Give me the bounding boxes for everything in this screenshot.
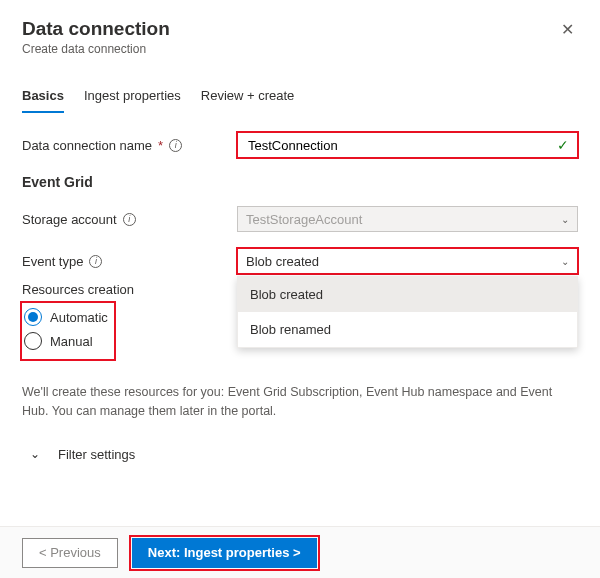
radio-circle-icon <box>24 332 42 350</box>
dropdown-option-blob-created[interactable]: Blob created <box>238 277 577 312</box>
chevron-down-icon: ⌄ <box>561 256 569 267</box>
resources-creation-label: Resources creation <box>22 282 237 297</box>
check-icon: ✓ <box>557 137 569 153</box>
tab-basics[interactable]: Basics <box>22 82 64 113</box>
previous-button[interactable]: < Previous <box>22 538 118 568</box>
conn-name-input[interactable] <box>246 137 557 154</box>
radio-manual[interactable]: Manual <box>24 329 108 353</box>
info-icon[interactable]: i <box>89 255 102 268</box>
conn-name-label: Data connection name <box>22 138 152 153</box>
storage-account-value: TestStorageAccount <box>246 212 362 227</box>
resources-creation-radio-group: Automatic Manual <box>22 303 114 359</box>
page-subtitle: Create data connection <box>22 42 170 56</box>
event-type-label: Event type <box>22 254 83 269</box>
chevron-down-icon: ⌄ <box>30 447 40 461</box>
event-type-select[interactable]: Blob created ⌄ <box>237 248 578 274</box>
filter-settings-toggle[interactable]: ⌄ Filter settings <box>22 439 578 478</box>
close-icon[interactable]: ✕ <box>557 18 578 41</box>
event-type-value: Blob created <box>246 254 319 269</box>
radio-automatic-label: Automatic <box>50 310 108 325</box>
next-button[interactable]: Next: Ingest properties > <box>132 538 317 568</box>
tab-ingest-properties[interactable]: Ingest properties <box>84 82 181 113</box>
event-type-dropdown: Blob created Blob renamed <box>237 276 578 348</box>
radio-automatic[interactable]: Automatic <box>24 305 108 329</box>
page-title: Data connection <box>22 18 170 40</box>
dropdown-option-blob-renamed[interactable]: Blob renamed <box>238 312 577 347</box>
info-icon[interactable]: i <box>169 139 182 152</box>
help-text: We'll create these resources for you: Ev… <box>22 383 578 421</box>
section-event-grid: Event Grid <box>22 174 578 190</box>
footer-bar: < Previous Next: Ingest properties > <box>0 526 600 578</box>
filter-settings-label: Filter settings <box>58 447 135 462</box>
storage-account-select[interactable]: TestStorageAccount ⌄ <box>237 206 578 232</box>
radio-circle-icon <box>24 308 42 326</box>
tab-bar: Basics Ingest properties Review + create <box>22 82 578 114</box>
tab-review-create[interactable]: Review + create <box>201 82 295 113</box>
chevron-down-icon: ⌄ <box>561 214 569 225</box>
conn-name-field-wrap: ✓ <box>237 132 578 158</box>
radio-manual-label: Manual <box>50 334 93 349</box>
required-asterisk: * <box>158 138 163 153</box>
storage-account-label: Storage account <box>22 212 117 227</box>
info-icon[interactable]: i <box>123 213 136 226</box>
